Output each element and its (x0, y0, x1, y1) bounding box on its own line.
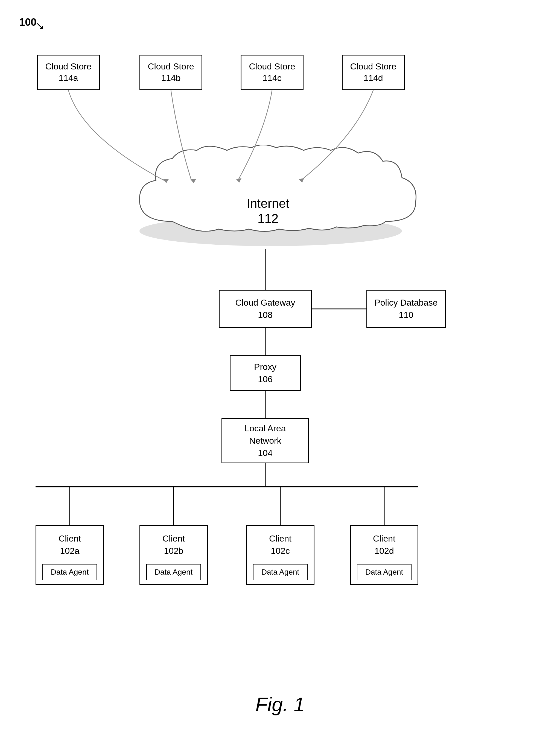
proxy-box: Proxy 106 (230, 355, 301, 391)
client-102d: Client 102d Data Agent (350, 525, 418, 585)
cloud-store-114a-number: 114a (58, 73, 78, 84)
internet-cloud: Internet 112 (118, 145, 418, 249)
client-102b-label: Client (162, 532, 185, 545)
lan-box: Local Area Network 104 (221, 418, 309, 463)
client-102a-number: 102a (58, 545, 81, 557)
policy-database-label: Policy Database (374, 297, 437, 309)
client-102c-number: 102c (269, 545, 292, 557)
client-102b: Client 102b Data Agent (139, 525, 208, 585)
cloud-store-114a: Cloud Store 114a (37, 55, 100, 90)
fig-caption: Fig. 1 (0, 693, 560, 716)
cloud-gateway-label: Cloud Gateway (235, 297, 295, 309)
client-102b-number: 102b (162, 545, 185, 557)
cloud-store-114b-number: 114b (161, 73, 180, 84)
data-agent-102c: Data Agent (253, 564, 308, 580)
client-102a-label: Client (58, 532, 81, 545)
cloud-store-114a-label: Cloud Store (45, 61, 92, 73)
proxy-number: 106 (258, 373, 272, 386)
cloud-store-114d: Cloud Store 114d (342, 55, 405, 90)
policy-database-number: 110 (399, 309, 413, 321)
lan-label: Local Area Network (245, 422, 286, 447)
cloud-store-114d-label: Cloud Store (350, 61, 396, 73)
data-agent-102b: Data Agent (146, 564, 201, 580)
client-102d-label: Client (373, 532, 395, 545)
cloud-gateway-box: Cloud Gateway 108 (219, 290, 312, 328)
cloud-gateway-number: 108 (258, 309, 272, 321)
svg-text:Internet: Internet (247, 196, 289, 211)
proxy-label: Proxy (254, 361, 276, 373)
cloud-store-114b-label: Cloud Store (148, 61, 194, 73)
client-102c-label: Client (269, 532, 292, 545)
data-agent-102d: Data Agent (357, 564, 412, 580)
client-102d-number: 102d (373, 545, 395, 557)
cloud-store-114c: Cloud Store 114c (241, 55, 304, 90)
diagram-container: 100 ↘ Cloud Store 114a Cloud Store 114b … (0, 0, 560, 743)
policy-database-box: Policy Database 110 (367, 290, 446, 328)
data-agent-102a: Data Agent (42, 564, 97, 580)
lan-number: 104 (258, 447, 272, 459)
cloud-store-114d-number: 114d (363, 73, 383, 84)
ref-100-arrow: ↘ (36, 20, 44, 32)
cloud-store-114c-number: 114c (262, 73, 282, 84)
ref-100-label: 100 (19, 16, 36, 28)
cloud-store-114c-label: Cloud Store (249, 61, 295, 73)
client-102a: Client 102a Data Agent (36, 525, 104, 585)
svg-text:112: 112 (258, 211, 278, 225)
cloud-store-114b: Cloud Store 114b (139, 55, 202, 90)
client-102c: Client 102c Data Agent (246, 525, 314, 585)
